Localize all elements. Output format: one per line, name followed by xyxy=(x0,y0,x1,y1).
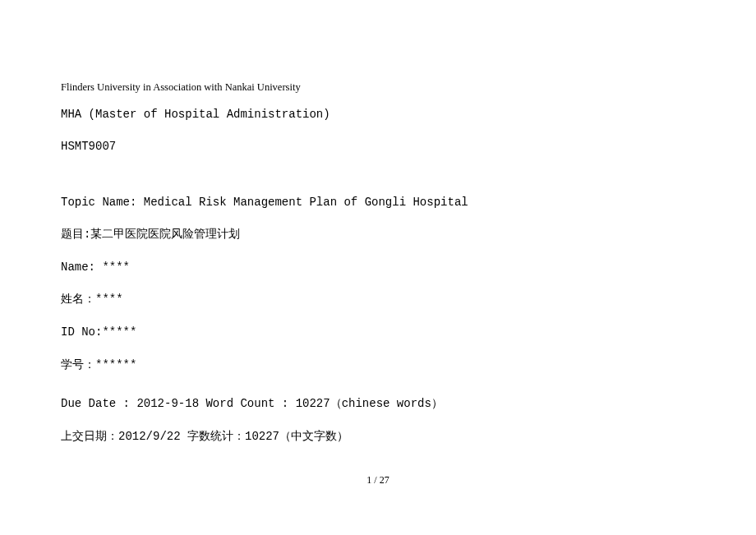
university-line: Flinders University in Association with … xyxy=(61,81,695,95)
due-cn-line: 上交日期：2012/9/22 字数统计：10227（中文字数） xyxy=(61,429,695,445)
topic-en-line: Topic Name: Medical Risk Management Plan… xyxy=(61,195,695,211)
id-en-line: ID No:***** xyxy=(61,325,695,341)
id-cn-line: 学号：****** xyxy=(61,357,695,374)
topic-cn-line: 题目:某二甲医院医院风险管理计划 xyxy=(61,227,695,243)
due-en-line: Due Date : 2012-9-18 Word Count : 10227（… xyxy=(61,396,695,413)
page-number: 1 / 27 xyxy=(0,473,756,487)
program-line: MHA (Master of Hospital Administration) xyxy=(61,107,695,123)
name-en-line: Name: **** xyxy=(61,260,695,276)
name-cn-line: 姓名：**** xyxy=(61,292,695,308)
course-code-line: HSMT9007 xyxy=(61,139,695,155)
document-page: Flinders University in Association with … xyxy=(0,0,756,445)
